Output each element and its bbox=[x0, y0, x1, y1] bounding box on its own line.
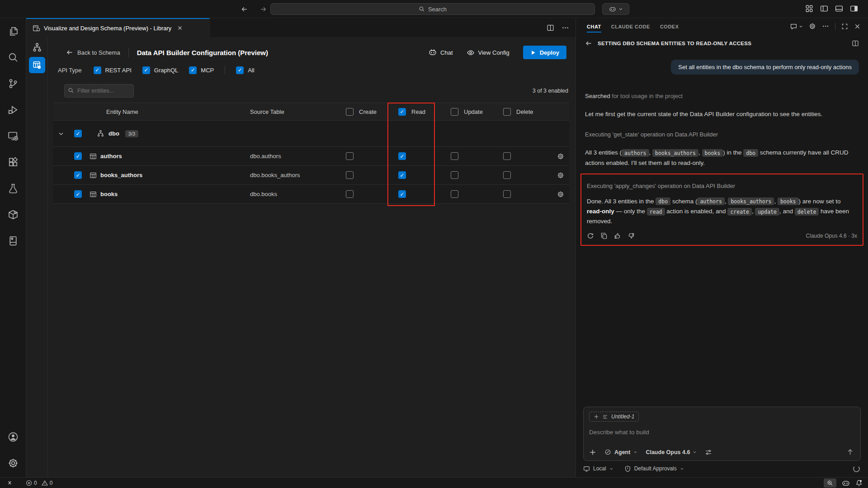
read-all-checkbox[interactable] bbox=[398, 108, 406, 116]
mcp-checkbox[interactable] bbox=[189, 66, 197, 74]
filter-entities-input[interactable] bbox=[64, 84, 134, 98]
dab-config-view-button[interactable] bbox=[29, 57, 45, 73]
all-checkbox[interactable] bbox=[236, 66, 244, 74]
approvals-picker[interactable]: Default Approvals bbox=[624, 465, 684, 472]
schema-group-row[interactable]: dbo 3/3 bbox=[53, 121, 569, 147]
create-all-checkbox[interactable] bbox=[346, 108, 354, 116]
regenerate-icon[interactable] bbox=[587, 232, 594, 239]
row-settings-gear-icon[interactable] bbox=[552, 153, 569, 160]
navigate-forward-button[interactable] bbox=[258, 4, 269, 14]
dbo-group-checkbox[interactable] bbox=[74, 130, 82, 137]
tab-codex[interactable]: CODEX bbox=[660, 19, 679, 33]
chat-input-placeholder[interactable]: Describe what to build bbox=[589, 429, 855, 436]
view-config-button[interactable]: View Config bbox=[467, 48, 509, 56]
row-checkbox[interactable] bbox=[74, 171, 82, 179]
model-picker[interactable]: Claude Opus 4.6 bbox=[646, 449, 697, 455]
accounts-icon[interactable] bbox=[0, 424, 26, 450]
tool-execution-status: Executing 'apply_changes' operation on D… bbox=[587, 183, 857, 189]
customize-layout-icon[interactable] bbox=[805, 5, 813, 13]
api-type-all[interactable]: All bbox=[236, 66, 254, 74]
containers-icon[interactable] bbox=[0, 202, 26, 228]
tools-sliders-icon[interactable] bbox=[705, 449, 712, 456]
chat-sessions-icon[interactable] bbox=[790, 23, 803, 30]
close-panel-icon[interactable] bbox=[854, 23, 861, 30]
zoom-indicator[interactable] bbox=[824, 479, 836, 488]
delete-checkbox[interactable] bbox=[503, 152, 511, 160]
delete-checkbox[interactable] bbox=[503, 171, 511, 179]
split-editor-icon[interactable] bbox=[547, 24, 554, 32]
run-debug-icon[interactable] bbox=[0, 97, 26, 123]
navigate-back-button[interactable] bbox=[239, 4, 250, 14]
back-to-schema-link[interactable]: Back to Schema bbox=[66, 49, 120, 56]
delete-all-checkbox[interactable] bbox=[503, 108, 511, 116]
collapse-chevron-icon[interactable] bbox=[53, 131, 69, 137]
deploy-button[interactable]: Deploy bbox=[523, 46, 566, 59]
copy-icon[interactable] bbox=[600, 232, 608, 239]
settings-gear-icon[interactable] bbox=[0, 450, 26, 476]
source-control-icon[interactable] bbox=[0, 70, 26, 97]
table-row[interactable]: authors dbo.authors bbox=[53, 147, 569, 166]
notifications-bell-icon[interactable] bbox=[855, 479, 863, 487]
database-projects-icon[interactable] bbox=[0, 228, 26, 254]
create-checkbox[interactable] bbox=[346, 190, 354, 198]
tab-chat[interactable]: CHAT bbox=[587, 19, 601, 33]
api-type-graphql[interactable]: GraphQL bbox=[142, 66, 178, 74]
chat-button[interactable]: Chat bbox=[429, 48, 453, 56]
row-settings-gear-icon[interactable] bbox=[552, 191, 569, 198]
schema-diagram-view-icon[interactable] bbox=[32, 42, 42, 52]
update-all-checkbox[interactable] bbox=[451, 108, 458, 116]
update-checkbox[interactable] bbox=[451, 171, 458, 179]
update-checkbox[interactable] bbox=[451, 190, 458, 198]
tab-claude-code[interactable]: CLAUDE CODE bbox=[611, 19, 650, 33]
warnings-icon bbox=[42, 480, 48, 486]
command-center-search[interactable]: Search bbox=[270, 3, 595, 15]
table-row[interactable]: books_authors dbo.books_authors bbox=[53, 166, 569, 185]
api-type-mcp[interactable]: MCP bbox=[189, 66, 214, 74]
explorer-icon[interactable] bbox=[0, 18, 26, 44]
copilot-status-icon[interactable] bbox=[842, 479, 850, 487]
table-row[interactable]: books dbo.books bbox=[53, 185, 569, 204]
extensions-icon[interactable] bbox=[0, 149, 26, 175]
tab-visualize-design-schema[interactable]: Visualize and Design Schema (Preview) - … bbox=[26, 18, 210, 37]
row-settings-gear-icon[interactable] bbox=[552, 172, 569, 179]
search-icon[interactable] bbox=[0, 44, 26, 70]
toggle-primary-sidebar-icon[interactable] bbox=[820, 5, 828, 13]
environment-picker[interactable]: Local bbox=[583, 465, 613, 472]
api-type-rest[interactable]: REST API bbox=[94, 66, 132, 74]
rest-api-checkbox[interactable] bbox=[94, 66, 101, 74]
problems-indicator[interactable]: 0 0 bbox=[24, 480, 54, 486]
col-entity-name: Entity Name bbox=[87, 108, 236, 115]
copilot-menu-button[interactable] bbox=[602, 3, 629, 15]
mode-picker[interactable]: Agent bbox=[604, 449, 637, 455]
more-actions-icon[interactable] bbox=[561, 24, 569, 32]
create-checkbox[interactable] bbox=[346, 171, 354, 179]
testing-icon[interactable] bbox=[0, 175, 26, 202]
graphql-checkbox[interactable] bbox=[142, 66, 150, 74]
remote-explorer-icon[interactable] bbox=[0, 123, 26, 149]
update-checkbox[interactable] bbox=[451, 152, 458, 160]
create-checkbox[interactable] bbox=[346, 152, 354, 160]
chat-more-actions-icon[interactable] bbox=[822, 23, 829, 30]
chat-actions-divider bbox=[835, 23, 835, 30]
maximize-panel-icon[interactable] bbox=[841, 23, 848, 30]
delete-checkbox[interactable] bbox=[503, 190, 511, 198]
read-checkbox[interactable] bbox=[398, 171, 406, 179]
session-back-icon[interactable] bbox=[585, 40, 592, 47]
read-checkbox[interactable] bbox=[398, 190, 406, 198]
thumbs-down-icon[interactable] bbox=[627, 232, 635, 239]
toggle-panel-icon[interactable] bbox=[835, 5, 843, 13]
tab-close-icon[interactable] bbox=[177, 25, 183, 31]
chat-input-box[interactable]: Untitled-1 Describe what to build Agent … bbox=[583, 407, 861, 461]
chat-settings-gear-icon[interactable] bbox=[809, 23, 816, 30]
vscode-window: Search bbox=[0, 0, 868, 488]
open-session-in-editor-icon[interactable] bbox=[852, 40, 859, 47]
send-icon[interactable] bbox=[846, 448, 854, 456]
remote-indicator[interactable] bbox=[5, 479, 15, 486]
row-checkbox[interactable] bbox=[74, 152, 82, 160]
context-attachment-chip[interactable]: Untitled-1 bbox=[589, 412, 639, 422]
read-checkbox[interactable] bbox=[398, 152, 406, 160]
add-context-icon[interactable] bbox=[589, 449, 596, 456]
thumbs-up-icon[interactable] bbox=[614, 232, 621, 239]
row-checkbox[interactable] bbox=[74, 190, 82, 198]
toggle-secondary-sidebar-icon[interactable] bbox=[850, 5, 858, 13]
